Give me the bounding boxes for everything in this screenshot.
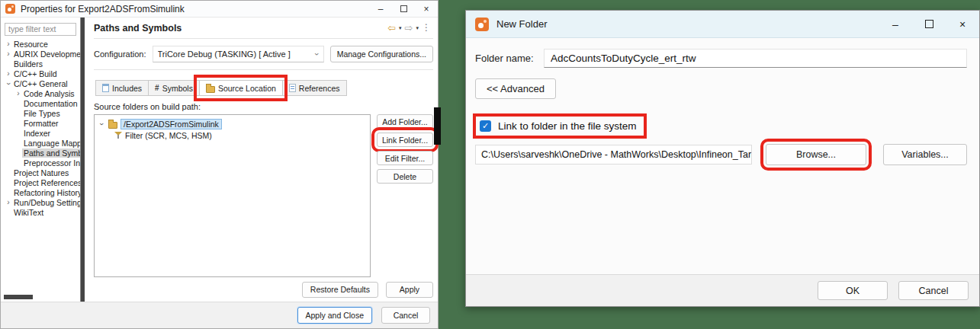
tab-includes[interactable]: Includes [95,80,148,96]
tree-expanded-chevron-icon[interactable] [98,120,105,128]
browse-button[interactable]: Browse... [766,144,866,165]
link-to-folder-label[interactable]: Link to folder in the file system [498,120,637,132]
source-folders-label: Source folders on build path: [94,102,433,111]
folder-name-input[interactable] [544,49,967,68]
sidebar-item[interactable]: AURIX Development [5,50,80,59]
close-icon[interactable]: × [946,11,979,37]
minimize-icon[interactable]: – [879,11,912,37]
page-title: Paths and Symbols [94,23,182,34]
back-menu-caret-icon[interactable]: ▾ [399,23,402,33]
sidebar-item-label: AURIX Development [12,50,80,59]
folder-actions: Add Folder... Link Folder... Edit Filter… [377,114,433,277]
sidebar-item[interactable]: Paths and Symbols [5,149,80,158]
sidebar-item[interactable]: Refactoring History [5,188,80,198]
add-folder-button[interactable]: Add Folder... [377,114,433,129]
configuration-select[interactable]: TriCore Debug (TASKING) [ Active ] › [153,46,324,62]
sidebar-item[interactable]: Resource [5,40,80,50]
view-menu-icon[interactable]: ⋮ [422,23,430,33]
symbols-tab-icon: # [155,84,159,92]
delete-button[interactable]: Delete [377,169,433,184]
link-to-folder-row: ✓ Link to folder in the file system [478,119,641,133]
screen-edge-artifact [434,107,441,145]
tab-label: References [299,84,340,93]
sidebar-item[interactable]: C/C++ General [5,79,80,89]
location-path-field[interactable]: C:\Users\sarveshk\OneDrive - MathWorks\D… [475,145,752,164]
tree-filter-label[interactable]: Filter (SCR, MCS, HSM) [125,131,212,140]
close-icon[interactable]: × [415,1,438,17]
sidebar-item[interactable]: File Types [5,109,80,119]
sidebar-item-label: C/C++ General [12,79,69,88]
forward-menu-caret-icon[interactable]: ▾ [416,23,419,33]
sidebar-item-label: Run/Debug Settings [12,198,80,207]
sidebar-item[interactable]: WikiText [5,208,80,218]
cancel-button[interactable]: Cancel [381,307,430,324]
new-folder-titlebar[interactable]: New Folder – × [466,11,979,38]
minimize-icon[interactable]: – [369,1,392,17]
sidebar-item[interactable]: Indexer [5,129,80,139]
tree-chevron-icon [14,90,22,97]
sidebar-item-label: File Types [22,109,62,118]
tab-label: Symbols [162,84,193,93]
configuration-label: Configuration: [94,50,146,59]
folder-icon [108,122,117,129]
tab-references[interactable]: References [282,80,347,96]
restore-defaults-button[interactable]: Restore Defaults [302,282,378,298]
apply-and-close-button[interactable]: Apply and Close [297,307,372,324]
app-icon [475,18,489,31]
tree-root-label[interactable]: /Export2ADSFromSimulink [120,119,222,129]
source-folders-tree[interactable]: /Export2ADSFromSimulink Filter (SCR, MCS… [94,114,371,277]
app-icon [5,4,15,14]
manage-configurations-button[interactable]: Manage Configurations... [330,46,433,62]
sidebar-item-label: Builders [12,59,44,69]
tree-root-row[interactable]: /Export2ADSFromSimulink [98,118,367,129]
tab-label: Source Location [218,84,276,93]
sidebar-item[interactable]: Run/Debug Settings [5,198,80,208]
tab-label: Includes [112,84,142,93]
sidebar-item[interactable]: Formatter [5,119,80,129]
sidebar-item[interactable]: Project Natures [5,168,80,178]
tab-source-location[interactable]: Source Location [199,80,282,96]
sidebar-item[interactable]: C/C++ Build [5,69,80,79]
tree-filter-row[interactable]: Filter (SCR, MCS, HSM) [98,129,367,141]
variables-button[interactable]: Variables... [883,144,967,165]
sidebar-item[interactable]: Language Mappin [5,139,80,149]
sidebar-item-label: Formatter [22,119,60,128]
sidebar-item[interactable]: Preprocessor Inclu [5,158,80,168]
apply-button[interactable]: Apply [386,282,433,298]
sidebar-item-label: Documentation [22,99,79,108]
maximize-icon[interactable] [912,11,946,37]
edit-filter-button[interactable]: Edit Filter... [377,151,433,165]
ok-button[interactable]: OK [818,281,888,300]
tab-symbols[interactable]: # Symbols [148,80,199,96]
folder-name-label: Folder name: [475,53,544,64]
divider [94,69,433,70]
sidebar-item[interactable]: Code Analysis [5,89,80,99]
forward-icon[interactable]: ⇨ [405,23,413,33]
sidebar-tree: Resource AURIX Development Builders [5,40,80,218]
maximize-icon[interactable] [392,1,415,17]
new-folder-dialog: New Folder – × Folder name: << Advanced … [465,10,980,307]
sidebar-item[interactable]: Project References [5,178,80,188]
horizontal-scrollbar-thumb[interactable] [4,295,33,299]
advanced-toggle-button[interactable]: << Advanced [475,78,556,99]
sidebar-item-label: Resource [12,40,50,49]
cancel-button[interactable]: Cancel [898,281,969,300]
link-folder-button[interactable]: Link Folder... [377,133,433,147]
sidebar-item-label: Language Mappin [22,139,80,148]
back-icon[interactable]: ⇦ [387,23,396,33]
properties-titlebar[interactable]: Properties for Export2ADSFromSimulink – … [1,1,438,18]
folder-open-icon [206,86,215,93]
sidebar-item[interactable]: Documentation [5,99,80,109]
sidebar-item-label: WikiText [12,208,45,217]
new-folder-dialog-title: New Folder [496,18,547,30]
filter-icon [114,131,122,139]
sidebar-item-label: Code Analysis [22,89,76,98]
tree-chevron-icon [5,199,12,206]
sidebar-item[interactable]: Builders [5,59,80,69]
filter-input[interactable] [5,23,76,36]
configuration-value: TriCore Debug (TASKING) [ Active ] [158,50,316,59]
new-folder-body: Folder name: << Advanced ✓ Link to folde… [466,38,979,274]
checkbox-checked-icon[interactable]: ✓ [480,120,491,132]
sidebar-item-label: Preprocessor Inclu [22,158,80,168]
references-tab-icon [289,84,296,92]
